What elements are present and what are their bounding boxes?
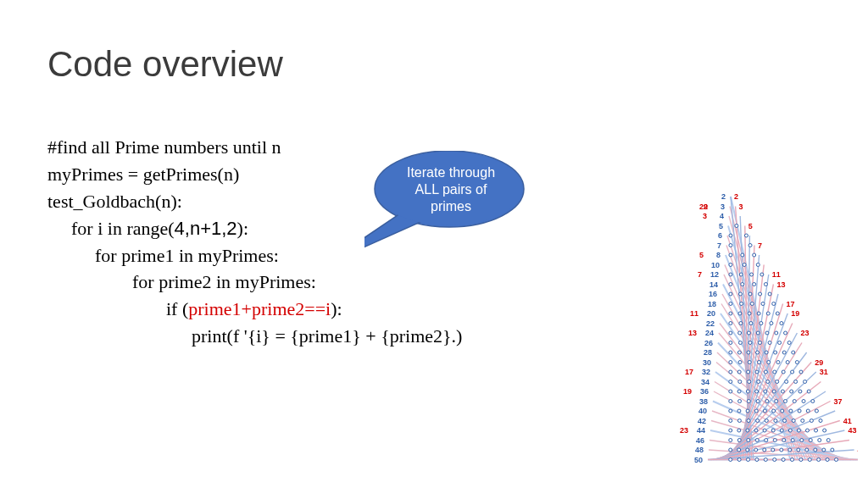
- svg-point-159: [747, 400, 750, 403]
- svg-point-194: [771, 429, 775, 432]
- svg-point-234: [799, 458, 803, 462]
- svg-point-198: [805, 429, 809, 432]
- svg-text:41: 41: [843, 417, 852, 425]
- svg-point-140: [748, 380, 751, 384]
- svg-point-139: [738, 380, 742, 384]
- svg-text:3: 3: [739, 202, 743, 211]
- svg-point-125: [767, 361, 771, 364]
- svg-point-108: [748, 341, 752, 345]
- svg-point-70: [739, 273, 743, 276]
- svg-text:16: 16: [709, 290, 717, 298]
- svg-point-215: [746, 448, 749, 452]
- svg-text:46: 46: [696, 436, 704, 445]
- svg-point-134: [773, 370, 776, 374]
- svg-point-185: [792, 419, 795, 423]
- svg-point-64: [741, 253, 744, 257]
- svg-point-71: [750, 273, 754, 276]
- svg-point-189: [729, 429, 732, 432]
- code-l7b: prime1+prime2==i: [188, 298, 331, 319]
- svg-point-105: [784, 331, 787, 335]
- svg-point-58: [735, 225, 738, 228]
- svg-text:14: 14: [709, 280, 718, 289]
- svg-point-75: [753, 283, 756, 286]
- svg-point-59: [729, 234, 732, 237]
- svg-text:5: 5: [748, 222, 753, 230]
- svg-point-168: [737, 409, 741, 413]
- svg-text:12: 12: [710, 270, 719, 279]
- svg-text:13: 13: [688, 329, 697, 337]
- svg-point-60: [744, 234, 748, 237]
- svg-point-136: [791, 370, 794, 374]
- svg-point-146: [804, 380, 807, 384]
- svg-point-109: [759, 341, 762, 345]
- svg-text:11: 11: [772, 270, 781, 279]
- svg-text:26: 26: [704, 339, 713, 347]
- svg-point-127: [786, 361, 789, 364]
- svg-point-124: [757, 361, 760, 364]
- svg-point-228: [747, 458, 750, 462]
- svg-point-73: [729, 283, 732, 286]
- svg-text:34: 34: [701, 378, 709, 386]
- svg-point-151: [764, 390, 767, 393]
- svg-point-213: [729, 448, 732, 452]
- svg-point-207: [782, 439, 786, 442]
- svg-point-176: [806, 409, 810, 413]
- svg-point-192: [754, 429, 758, 432]
- svg-point-191: [746, 429, 749, 432]
- svg-point-174: [789, 409, 793, 413]
- svg-point-172: [772, 409, 776, 413]
- svg-point-237: [826, 458, 829, 462]
- svg-point-169: [746, 409, 749, 413]
- svg-point-201: [729, 439, 732, 442]
- svg-point-74: [741, 283, 744, 286]
- svg-point-101: [747, 331, 750, 335]
- svg-point-81: [768, 292, 771, 296]
- svg-point-181: [756, 419, 760, 423]
- svg-text:36: 36: [700, 387, 709, 396]
- svg-point-83: [740, 302, 743, 306]
- svg-text:7: 7: [698, 270, 702, 279]
- svg-point-112: [787, 341, 791, 345]
- slide: Code overview #find all Prime numbers un…: [0, 0, 868, 488]
- goldbach-diagram: 2345678101214161820222426283032343638404…: [654, 190, 858, 478]
- svg-point-99: [729, 331, 732, 335]
- svg-point-123: [748, 361, 751, 364]
- svg-text:5: 5: [719, 222, 723, 230]
- svg-point-138: [729, 380, 732, 384]
- svg-point-219: [780, 448, 783, 452]
- svg-point-128: [795, 361, 798, 364]
- svg-point-69: [729, 273, 732, 276]
- svg-point-166: [811, 400, 815, 403]
- svg-point-218: [771, 448, 775, 452]
- svg-text:28: 28: [704, 348, 712, 357]
- svg-point-130: [737, 370, 741, 374]
- svg-point-154: [790, 390, 793, 393]
- svg-point-62: [748, 244, 752, 247]
- svg-point-142: [766, 380, 770, 384]
- svg-point-177: [815, 409, 818, 413]
- svg-text:22: 22: [706, 319, 715, 328]
- svg-point-68: [756, 263, 760, 267]
- svg-point-158: [738, 400, 742, 403]
- svg-point-95: [749, 322, 753, 325]
- svg-point-147: [729, 390, 732, 393]
- code-l7a: if (: [166, 298, 188, 319]
- svg-text:7: 7: [758, 241, 762, 250]
- svg-point-199: [815, 429, 818, 432]
- svg-point-89: [748, 312, 751, 315]
- svg-point-236: [817, 458, 821, 462]
- callout-line-3: primes: [383, 198, 519, 215]
- svg-point-85: [761, 302, 765, 306]
- svg-point-72: [760, 273, 764, 276]
- callout-text: Iterate through ALL pairs of primes: [383, 164, 519, 215]
- svg-text:38: 38: [699, 397, 708, 406]
- svg-point-78: [738, 292, 742, 296]
- svg-point-179: [737, 419, 741, 423]
- code-line-8: print(f '{i} = {prime1} + {prime2}.): [47, 323, 462, 350]
- svg-point-88: [738, 312, 742, 315]
- svg-point-187: [810, 419, 813, 423]
- svg-point-231: [773, 458, 776, 462]
- svg-point-196: [788, 429, 792, 432]
- svg-point-209: [800, 439, 804, 442]
- svg-point-186: [801, 419, 804, 423]
